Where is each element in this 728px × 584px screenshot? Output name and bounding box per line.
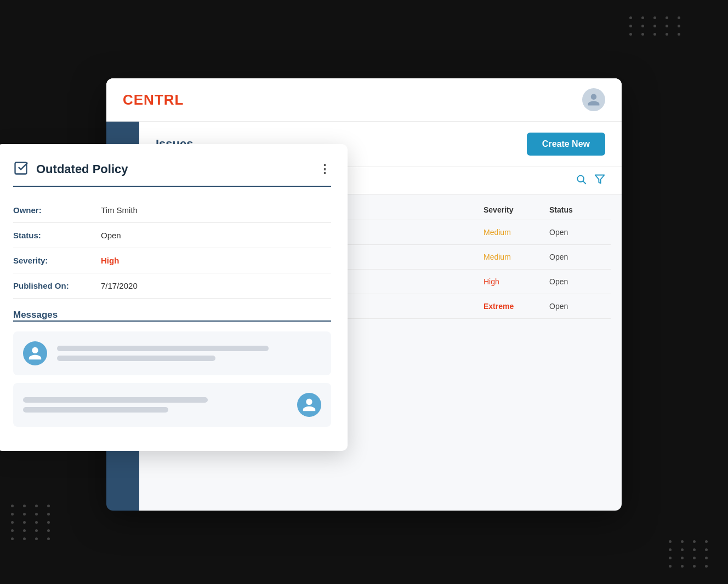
search-icon[interactable]	[576, 174, 587, 187]
more-options-button[interactable]: ⋮	[318, 162, 331, 176]
message-bubble-1	[13, 331, 331, 375]
cell-status: Open	[549, 277, 604, 286]
app-logo: CENTRL	[123, 91, 184, 108]
message-lines-1	[57, 346, 321, 361]
cell-severity: High	[484, 277, 549, 286]
msg-line	[23, 397, 208, 403]
cell-severity: Medium	[484, 228, 549, 237]
dots-decoration-bottom-left	[11, 505, 54, 540]
filter-icon[interactable]	[594, 174, 605, 187]
status-value: Open	[101, 231, 121, 240]
app-window: CENTRL Issues Create New	[106, 78, 622, 506]
dots-decoration-bottom-right	[669, 540, 712, 568]
message-lines-2	[23, 397, 287, 413]
message-avatar-2	[297, 393, 321, 417]
user-icon-msg1	[27, 346, 43, 361]
card-title: Outdated Policy	[36, 162, 128, 176]
cell-severity: Extreme	[484, 302, 549, 311]
owner-field: Owner: Tim Smith	[13, 198, 331, 223]
message-bubble-2	[13, 383, 331, 427]
msg-line	[57, 356, 215, 361]
messages-section: Messages	[13, 310, 331, 427]
status-label: Status:	[13, 231, 101, 240]
msg-line	[57, 346, 269, 351]
cell-status: Open	[549, 253, 604, 261]
cell-status: Open	[549, 228, 604, 237]
user-avatar[interactable]	[582, 88, 605, 111]
messages-title: Messages	[13, 310, 58, 320]
svg-marker-2	[595, 175, 605, 184]
message-avatar-1	[23, 341, 47, 365]
user-icon-msg2	[302, 397, 317, 413]
create-new-button[interactable]: Create New	[527, 133, 605, 156]
card-title-left: Outdated Policy	[13, 161, 128, 178]
detail-card: Outdated Policy ⋮ Owner: Tim Smith Statu…	[0, 144, 348, 451]
col-severity: Severity	[484, 205, 549, 214]
card-title-row: Outdated Policy ⋮	[13, 161, 331, 178]
severity-label: Severity:	[13, 256, 101, 265]
policy-icon	[13, 161, 29, 178]
msg-line	[23, 407, 168, 413]
messages-divider	[13, 320, 331, 322]
severity-field: Severity: High	[13, 248, 331, 273]
svg-line-1	[583, 181, 586, 184]
published-on-value: 7/17/2020	[101, 281, 138, 290]
cell-status: Open	[549, 302, 604, 311]
owner-label: Owner:	[13, 205, 101, 215]
user-icon	[587, 93, 601, 107]
dots-decoration-top-right	[629, 16, 684, 36]
published-on-field: Published On: 7/17/2020	[13, 273, 331, 299]
cell-severity: Medium	[484, 253, 549, 261]
col-status: Status	[549, 205, 604, 214]
owner-value: Tim Smith	[101, 205, 138, 215]
severity-value: High	[101, 256, 119, 265]
svg-rect-3	[15, 163, 27, 174]
card-title-divider	[13, 186, 331, 187]
app-header: CENTRL	[106, 78, 622, 122]
published-on-label: Published On:	[13, 281, 101, 290]
status-field: Status: Open	[13, 223, 331, 248]
